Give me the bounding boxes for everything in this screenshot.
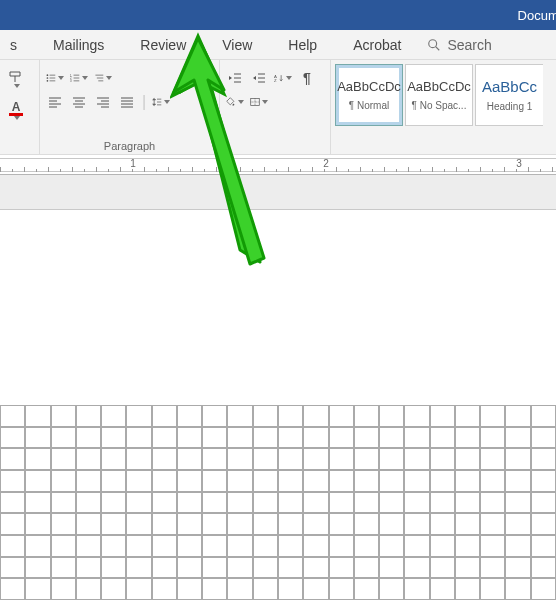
table-cell[interactable] — [0, 427, 25, 449]
table-cell[interactable] — [76, 513, 101, 535]
table-cell[interactable] — [480, 535, 505, 557]
table-cell[interactable] — [480, 448, 505, 470]
table-cell[interactable] — [202, 557, 227, 579]
table-cell[interactable] — [227, 513, 252, 535]
tab-acrobat[interactable]: Acrobat — [335, 30, 419, 59]
table-cell[interactable] — [51, 513, 76, 535]
table-cell[interactable] — [329, 557, 354, 579]
table-cell[interactable] — [25, 470, 50, 492]
table-cell[interactable] — [25, 427, 50, 449]
table-cell[interactable] — [253, 492, 278, 514]
table-cell[interactable] — [202, 470, 227, 492]
table-cell[interactable] — [505, 513, 530, 535]
table-cell[interactable] — [505, 535, 530, 557]
table-cell[interactable] — [202, 578, 227, 600]
table-cell[interactable] — [278, 470, 303, 492]
style-heading1[interactable]: AaBbCc Heading 1 — [475, 64, 543, 126]
table-cell[interactable] — [25, 405, 50, 427]
table-cell[interactable] — [126, 427, 151, 449]
table-cell[interactable] — [303, 535, 328, 557]
table-cell[interactable] — [303, 557, 328, 579]
table-cell[interactable] — [227, 492, 252, 514]
table-cell[interactable] — [430, 535, 455, 557]
table-cell[interactable] — [227, 578, 252, 600]
table-cell[interactable] — [379, 470, 404, 492]
table-cell[interactable] — [329, 470, 354, 492]
document-page[interactable] — [0, 209, 556, 405]
table-cell[interactable] — [101, 427, 126, 449]
table-cell[interactable] — [354, 405, 379, 427]
table-cell[interactable] — [329, 535, 354, 557]
table-cell[interactable] — [51, 557, 76, 579]
table-cell[interactable] — [25, 578, 50, 600]
table-cell[interactable] — [303, 427, 328, 449]
table-cell[interactable] — [404, 535, 429, 557]
table-cell[interactable] — [25, 492, 50, 514]
table-cell[interactable] — [177, 535, 202, 557]
table-cell[interactable] — [202, 448, 227, 470]
table-cell[interactable] — [227, 448, 252, 470]
sort-button[interactable]: AZ — [274, 69, 292, 87]
table-cell[interactable] — [0, 535, 25, 557]
table-cell[interactable] — [455, 535, 480, 557]
table-cell[interactable] — [227, 470, 252, 492]
table-cell[interactable] — [505, 448, 530, 470]
table-cell[interactable] — [177, 513, 202, 535]
table-cell[interactable] — [480, 557, 505, 579]
format-painter-button[interactable] — [6, 68, 26, 88]
table-cell[interactable] — [379, 535, 404, 557]
table-cell[interactable] — [76, 405, 101, 427]
multilevel-list-button[interactable] — [94, 69, 112, 87]
horizontal-ruler[interactable]: 1 2 3 — [0, 155, 556, 175]
table-cell[interactable] — [354, 535, 379, 557]
show-hide-button[interactable]: ¶ — [298, 69, 316, 87]
table-cell[interactable] — [379, 578, 404, 600]
align-center-button[interactable] — [70, 93, 88, 111]
table-cell[interactable] — [480, 405, 505, 427]
style-nospacing[interactable]: AaBbCcDc ¶ No Spac... — [405, 64, 473, 126]
table-cell[interactable] — [126, 470, 151, 492]
table-cell[interactable] — [152, 535, 177, 557]
table-cell[interactable] — [253, 405, 278, 427]
numbering-button[interactable]: 123 — [70, 69, 88, 87]
table-cell[interactable] — [152, 427, 177, 449]
table-cell[interactable] — [51, 470, 76, 492]
table-cell[interactable] — [76, 448, 101, 470]
table-cell[interactable] — [430, 448, 455, 470]
table-cell[interactable] — [455, 492, 480, 514]
table-cell[interactable] — [76, 470, 101, 492]
table-cell[interactable] — [202, 405, 227, 427]
table-cell[interactable] — [25, 535, 50, 557]
table-cell[interactable] — [430, 470, 455, 492]
table-cell[interactable] — [329, 405, 354, 427]
tab-view[interactable]: View — [204, 30, 270, 59]
table-cell[interactable] — [404, 470, 429, 492]
table-cell[interactable] — [430, 492, 455, 514]
bullets-button[interactable] — [46, 69, 64, 87]
table-cell[interactable] — [101, 578, 126, 600]
table-cell[interactable] — [202, 427, 227, 449]
table-cell[interactable] — [126, 557, 151, 579]
table-cell[interactable] — [480, 513, 505, 535]
table-cell[interactable] — [101, 492, 126, 514]
table-cell[interactable] — [253, 470, 278, 492]
table-cell[interactable] — [455, 557, 480, 579]
shading-button[interactable] — [226, 93, 244, 111]
table-cell[interactable] — [404, 578, 429, 600]
table-cell[interactable] — [0, 470, 25, 492]
table-cell[interactable] — [101, 470, 126, 492]
table-cell[interactable] — [25, 513, 50, 535]
table-cell[interactable] — [480, 578, 505, 600]
table-cell[interactable] — [0, 492, 25, 514]
table-cell[interactable] — [253, 513, 278, 535]
table-cell[interactable] — [177, 448, 202, 470]
table-cell[interactable] — [531, 557, 556, 579]
increase-indent-button[interactable] — [250, 69, 268, 87]
table-cell[interactable] — [379, 448, 404, 470]
table-cell[interactable] — [253, 557, 278, 579]
table-cell[interactable] — [430, 578, 455, 600]
table-cell[interactable] — [278, 578, 303, 600]
align-justify-button[interactable] — [118, 93, 136, 111]
table-cell[interactable] — [126, 535, 151, 557]
table-cell[interactable] — [404, 492, 429, 514]
